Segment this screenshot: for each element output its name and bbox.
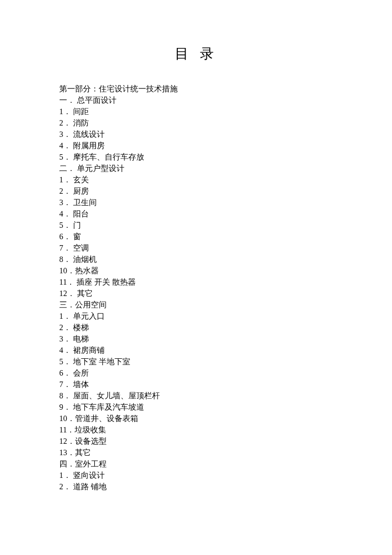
- toc-line: 11．垃圾收集: [59, 424, 333, 435]
- toc-line: 三．公用空间: [59, 299, 333, 310]
- toc-line: 6． 窗: [59, 231, 333, 242]
- toc-line: 第一部分：住宅设计统一技术措施: [59, 83, 333, 94]
- toc-line: 7． 墙体: [59, 379, 333, 390]
- toc-line: 10．管道井、设备表箱: [59, 413, 333, 424]
- toc-line: 1． 玄关: [59, 174, 333, 185]
- toc-line: 7． 空调: [59, 242, 333, 254]
- toc-line: 8． 屋面、女儿墙、屋顶栏杆: [59, 390, 333, 401]
- toc-line: 5． 地下室 半地下室: [59, 356, 333, 367]
- toc-line: 2． 厨房: [59, 185, 333, 197]
- toc-container: 第一部分：住宅设计统一技术措施一． 总平面设计1． 间距2． 消防3． 流线设计…: [59, 83, 333, 492]
- toc-line: 8． 油烟机: [59, 254, 333, 265]
- page-title: 目 录: [59, 44, 333, 63]
- toc-line: 4． 裙房商铺: [59, 344, 333, 356]
- toc-line: 1． 间距: [59, 106, 333, 117]
- toc-line: 1． 单元入口: [59, 310, 333, 322]
- toc-line: 12．设备选型: [59, 435, 333, 447]
- toc-line: 3． 电梯: [59, 333, 333, 344]
- toc-line: 4． 阳台: [59, 208, 333, 219]
- toc-line: 四．室外工程: [59, 458, 333, 470]
- toc-line: 10．热水器: [59, 265, 333, 276]
- toc-line: 5． 门: [59, 219, 333, 231]
- toc-line: 2． 道路 铺地: [59, 481, 333, 492]
- toc-line: 1． 竖向设计: [59, 470, 333, 481]
- toc-line: 5． 摩托车、自行车存放: [59, 151, 333, 163]
- toc-line: 12． 其它: [59, 288, 333, 299]
- toc-line: 4． 附属用房: [59, 140, 333, 151]
- toc-line: 一． 总平面设计: [59, 94, 333, 106]
- toc-line: 13．其它: [59, 447, 333, 458]
- toc-line: 2． 消防: [59, 117, 333, 128]
- toc-line: 6． 会所: [59, 367, 333, 379]
- toc-line: 11． 插座 开关 散热器: [59, 276, 333, 288]
- toc-line: 2． 楼梯: [59, 322, 333, 333]
- toc-line: 二． 单元户型设计: [59, 163, 333, 174]
- toc-line: 3． 卫生间: [59, 197, 333, 208]
- toc-line: 9． 地下车库及汽车坡道: [59, 401, 333, 413]
- toc-line: 3． 流线设计: [59, 128, 333, 140]
